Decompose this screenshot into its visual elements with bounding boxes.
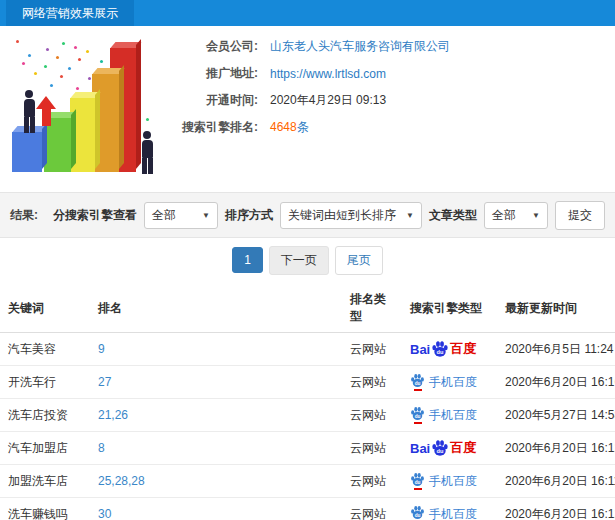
rank-type-cell: 云网站 (342, 465, 402, 498)
promo-url-label: 推广地址: (158, 65, 258, 82)
baidu-paw-icon: du (410, 472, 425, 487)
col-header-engine-type: 搜索引擎类型 (402, 282, 497, 333)
rank-cell[interactable]: 27 (90, 366, 342, 399)
pagination: 1 下一页 尾页 (0, 238, 615, 282)
engine-rank-count: 4648 (270, 120, 297, 134)
engine-rank-row: 搜索引擎排名: 4648条 (158, 115, 450, 140)
rank-cell[interactable]: 30 (90, 498, 342, 520)
updated-time-cell: 2020年6月5日 11:24 (497, 333, 615, 366)
chevron-down-icon: ▼ (532, 211, 540, 220)
engine-filter-value: 全部 (152, 207, 176, 224)
rank-cell[interactable]: 21,26 (90, 399, 342, 432)
mobile-baidu-logo: du 手机百度 (410, 505, 477, 520)
sort-filter-value: 关键词由短到长排序 (288, 207, 396, 224)
filter-controls: 分搜索引擎查看 全部 ▼ 排序方式 关键词由短到长排序 ▼ 文章类型 全部 ▼ … (53, 201, 605, 230)
marketing-chart-illustration (2, 28, 180, 188)
results-table: 关键词 排名 排名类型 搜索引擎类型 最新更新时间 汽车美容9云网站Bai du… (0, 282, 615, 520)
chevron-down-icon: ▼ (406, 211, 414, 220)
table-row: 洗车赚钱吗30云网站 du 手机百度2020年6月20日 16:12 (0, 498, 615, 520)
rank-cell[interactable]: 25,28,28 (90, 465, 342, 498)
engine-type-cell: Bai du 百度 (402, 333, 497, 366)
article-type-select[interactable]: 全部 ▼ (484, 202, 548, 229)
mobile-baidu-logo: du 手机百度 (410, 472, 477, 490)
article-type-value: 全部 (492, 207, 516, 224)
pagination-last-button[interactable]: 尾页 (335, 246, 383, 275)
baidu-paw-icon: du (410, 406, 425, 421)
mobile-baidu-logo: du 手机百度 (410, 406, 477, 424)
member-company-row: 会员公司: 山东老人头汽车服务咨询有限公司 (158, 34, 450, 59)
svg-text:du: du (415, 513, 421, 518)
keyword-cell: 洗车赚钱吗 (0, 498, 90, 520)
open-time-value: 2020年4月29日 09:13 (270, 92, 386, 109)
engine-type-cell: du 手机百度 (402, 498, 497, 520)
keyword-cell: 开洗车行 (0, 366, 90, 399)
table-row: 洗车店投资21,26云网站 du 手机百度2020年5月27日 14:58 (0, 399, 615, 432)
chart-bar-blue (12, 132, 42, 172)
table-row: 汽车加盟店8云网站Bai du 百度2020年6月20日 16:12 (0, 432, 615, 465)
baidu-paw-icon: du (431, 340, 449, 358)
sort-filter-label: 排序方式 (225, 207, 273, 224)
pagination-current-page[interactable]: 1 (232, 247, 263, 273)
baidu-paw-icon: du (410, 505, 425, 520)
table-row: 开洗车行27云网站 du 手机百度2020年6月20日 16:16 (0, 366, 615, 399)
engine-filter-select[interactable]: 全部 ▼ (144, 202, 218, 229)
chart-bar-green (44, 118, 71, 172)
engine-type-cell: du 手机百度 (402, 399, 497, 432)
company-info: 会员公司: 山东老人头汽车服务咨询有限公司 推广地址: https://www.… (158, 34, 450, 142)
mobile-baidu-label: 手机百度 (429, 407, 477, 424)
col-header-rank: 排名 (90, 282, 342, 333)
engine-rank-value: 4648条 (270, 119, 309, 136)
updated-time-cell: 2020年5月27日 14:58 (497, 399, 615, 432)
article-type-label: 文章类型 (429, 207, 477, 224)
baidu-paw-icon: du (410, 373, 425, 388)
updated-time-cell: 2020年6月20日 16:16 (497, 366, 615, 399)
rank-cell[interactable]: 9 (90, 333, 342, 366)
mobile-baidu-label: 手机百度 (429, 374, 477, 391)
rank-cell[interactable]: 8 (90, 432, 342, 465)
top-bar: 网络营销效果展示 (0, 0, 615, 26)
chevron-down-icon: ▼ (202, 211, 210, 220)
svg-text:du: du (415, 480, 421, 485)
promo-url-link[interactable]: https://www.lrtlsd.com (270, 67, 386, 81)
member-company-link[interactable]: 山东老人头汽车服务咨询有限公司 (270, 38, 450, 55)
table-row: 加盟洗车店25,28,28云网站 du 手机百度2020年6月20日 16:11 (0, 465, 615, 498)
updated-time-cell: 2020年6月20日 16:12 (497, 432, 615, 465)
engine-rank-unit: 条 (297, 120, 309, 134)
keyword-cell: 洗车店投资 (0, 399, 90, 432)
page-title: 网络营销效果展示 (6, 0, 134, 26)
col-header-keyword: 关键词 (0, 282, 90, 333)
rank-type-cell: 云网站 (342, 399, 402, 432)
mobile-baidu-label: 手机百度 (429, 506, 477, 520)
svg-text:du: du (415, 381, 421, 386)
businessman-figure-left (22, 90, 36, 133)
baidu-paw-icon: du (431, 439, 449, 457)
engine-type-cell: Bai du 百度 (402, 432, 497, 465)
mobile-baidu-label: 手机百度 (429, 473, 477, 490)
filter-band: 结果: 分搜索引擎查看 全部 ▼ 排序方式 关键词由短到长排序 ▼ 文章类型 全… (0, 192, 615, 238)
promo-url-row: 推广地址: https://www.lrtlsd.com (158, 61, 450, 86)
growth-arrow-icon (36, 96, 56, 126)
result-label: 结果: (10, 207, 38, 224)
pagination-next-button[interactable]: 下一页 (269, 246, 329, 275)
submit-button[interactable]: 提交 (555, 201, 605, 230)
col-header-updated: 最新更新时间 (497, 282, 615, 333)
member-company-label: 会员公司: (158, 38, 258, 55)
table-header-row: 关键词 排名 排名类型 搜索引擎类型 最新更新时间 (0, 282, 615, 333)
engine-filter-label: 分搜索引擎查看 (53, 207, 137, 224)
results-table-body: 汽车美容9云网站Bai du 百度2020年6月5日 11:24开洗车行27云网… (0, 333, 615, 520)
baidu-logo: Bai du 百度 (410, 340, 476, 358)
updated-time-cell: 2020年6月20日 16:11 (497, 465, 615, 498)
rank-type-cell: 云网站 (342, 498, 402, 520)
top-section: 会员公司: 山东老人头汽车服务咨询有限公司 推广地址: https://www.… (0, 26, 615, 192)
confetti-decoration (16, 40, 19, 43)
mobile-baidu-logo: du 手机百度 (410, 373, 477, 391)
open-time-label: 开通时间: (158, 92, 258, 109)
rank-type-cell: 云网站 (342, 333, 402, 366)
rank-type-cell: 云网站 (342, 432, 402, 465)
svg-text:du: du (437, 448, 444, 454)
keyword-cell: 汽车美容 (0, 333, 90, 366)
keyword-cell: 汽车加盟店 (0, 432, 90, 465)
keyword-cell: 加盟洗车店 (0, 465, 90, 498)
sort-filter-select[interactable]: 关键词由短到长排序 ▼ (280, 202, 422, 229)
table-row: 汽车美容9云网站Bai du 百度2020年6月5日 11:24 (0, 333, 615, 366)
